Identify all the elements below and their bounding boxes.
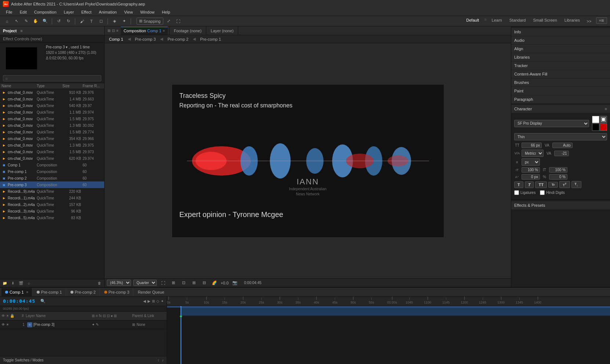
file-item[interactable]: ▶ cm-chat_0.mov QuickTime 1.3 MB 29.975	[0, 142, 104, 148]
hamburger-menu[interactable]: ≡⊞	[596, 17, 607, 24]
effects-presets-header[interactable]: Effects & Presets	[511, 201, 610, 209]
redo-btn[interactable]: ↻	[64, 17, 72, 25]
panel-menu-icon[interactable]: ≡	[20, 29, 22, 33]
workspace-libraries[interactable]: Libraries	[562, 17, 582, 25]
file-item[interactable]: ▶ Recordi...5).m4a QuickTime 83 KB	[0, 214, 104, 221]
timeline-tab-comp1[interactable]: Comp 1 ≡	[1, 288, 32, 296]
layer-1-eye[interactable]: 👁	[1, 323, 5, 327]
hindi-digits-checkbox-label[interactable]: Hindi Digits	[540, 190, 565, 195]
right-section-paint[interactable]: Paint	[511, 87, 610, 95]
horiz-scale-input[interactable]	[549, 167, 567, 173]
file-item[interactable]: ▶ cm-chat_0.mov QuickTime 354 KB 29.966	[0, 135, 104, 142]
file-item[interactable]: ▶ cm-chat_0.mov QuickTime 1.5 MB 29.973	[0, 148, 104, 155]
timeline-ruler[interactable]: 0s5s10s15s20s25s30s35s40s45s50s55s01:00s…	[167, 297, 610, 306]
bold-btn[interactable]: T	[514, 181, 523, 188]
solo-icon[interactable]: ✦	[161, 299, 164, 303]
file-item[interactable]: ▶ cm-chat_0.mov QuickTime 1.3 MB 30.092	[0, 122, 104, 129]
character-section-header[interactable]: Character ≡	[511, 105, 610, 113]
font-size-input[interactable]	[522, 143, 542, 148]
snapping-toggle[interactable]: ⊞ Snapping	[137, 18, 163, 25]
font-select[interactable]: SF Pro Display	[514, 120, 589, 127]
workspace-small-screen[interactable]: Small Screen	[531, 17, 559, 25]
timeline-tracks[interactable]	[167, 306, 610, 364]
leading-input[interactable]	[552, 143, 573, 148]
grid-btn[interactable]: ⊞	[190, 279, 198, 287]
ligatures-checkbox-label[interactable]: Ligatures	[514, 190, 535, 195]
switch-pencil[interactable]: ✎	[96, 323, 99, 327]
split-icon[interactable]: ⊞	[152, 299, 155, 303]
right-section-tracker[interactable]: Tracker	[511, 62, 610, 70]
right-section-libraries[interactable]: Libraries	[511, 53, 610, 61]
file-item[interactable]: ▶ Recordi...9).m4a QuickTime 220 KB	[0, 188, 104, 195]
zoom-tool[interactable]: 🔍	[41, 17, 49, 25]
file-item[interactable]: ▣ Comp 1 Composition 60	[0, 162, 104, 168]
file-item[interactable]: ▣ Pre-comp 2 Composition 60	[0, 175, 104, 181]
puppet-tool[interactable]: ✦	[120, 17, 128, 25]
ligatures-checkbox[interactable]	[514, 190, 519, 195]
tab-footage[interactable]: Footage (none)	[171, 27, 204, 35]
layer-1-solo[interactable]: ☀	[6, 323, 9, 327]
file-item[interactable]: ▶ cm-chat_0.mov QuickTime 1.5 MB 29.975	[0, 115, 104, 122]
tsume-input[interactable]	[549, 174, 567, 180]
baseline-shift-input[interactable]	[522, 174, 540, 180]
stroke-color-swatch[interactable]	[592, 124, 599, 131]
right-section-content-aware[interactable]: Content-Aware Fill	[511, 70, 610, 78]
subtab-precomp1[interactable]: Pre-comp 1	[198, 37, 223, 42]
menu-effect[interactable]: Effect	[78, 9, 94, 15]
file-item[interactable]: ▶ cm-chat_0.mov QuickTime 910 KB 29.976	[0, 89, 104, 96]
roto-tool[interactable]: ◈	[110, 17, 119, 25]
timeline-tab-precomp2[interactable]: Pre-comp 2	[67, 288, 100, 296]
workspace-standard[interactable]: Standard	[507, 17, 528, 25]
menu-animation[interactable]: Animation	[96, 9, 120, 15]
footer-audio-icon[interactable]: ♪	[162, 358, 164, 362]
kerning-select[interactable]: Metrics	[522, 150, 544, 157]
layer-1-name[interactable]: [Pre-comp 3]	[33, 323, 92, 327]
timeline-tab-precomp3[interactable]: Pre-comp 3	[101, 288, 134, 296]
fill-color-red[interactable]	[600, 124, 607, 131]
vert-scale-input[interactable]	[522, 167, 540, 173]
file-item[interactable]: ▶ Recordi...1).m4a QuickTime 244 KB	[0, 195, 104, 201]
new-comp-icon[interactable]: 🎬	[18, 280, 24, 287]
snapshot-btn[interactable]: 📷	[231, 279, 239, 287]
workspace-default[interactable]: Default	[464, 17, 481, 25]
select-tool[interactable]: ↖	[12, 17, 21, 25]
menu-help[interactable]: Help	[159, 9, 173, 15]
subscript-btn[interactable]: T↓	[571, 181, 581, 188]
quality-select[interactable]: Quarter	[133, 280, 157, 286]
italic-btn[interactable]: T	[525, 181, 534, 188]
col-rate-header[interactable]: Frame R...	[83, 84, 103, 88]
tracking-input[interactable]	[554, 151, 569, 156]
layer-1-bar[interactable]	[181, 308, 610, 316]
extract-icon[interactable]: ▶	[148, 299, 150, 303]
brush-tool[interactable]: 🖌	[78, 17, 86, 25]
expand-btn[interactable]: ⤢	[165, 17, 173, 25]
delete-icon[interactable]: 🗑	[96, 280, 103, 287]
file-item[interactable]: ▶ cm-chat_0.mov QuickTime 1.5 MB 29.774	[0, 129, 104, 135]
menu-composition[interactable]: Composition	[31, 9, 59, 15]
file-item[interactable]: ▶ cm-chat_0.mov QuickTime 540 KB 29.97	[0, 102, 104, 109]
file-item[interactable]: ▣ Pre-comp 1 Composition 60	[0, 168, 104, 175]
toggle-switches-btn[interactable]: Toggle Switches / Modes	[3, 358, 44, 362]
file-item[interactable]: ▶ cm-chat_0.mov QuickTime 1.1 MB 29.974	[0, 109, 104, 115]
menu-window[interactable]: Window	[137, 9, 157, 15]
viewport-canvas[interactable]: Traceless Spicy Reporting on - The real …	[172, 85, 444, 237]
text-tool[interactable]: T	[87, 17, 95, 25]
menu-view[interactable]: View	[121, 9, 136, 15]
subtab-comp1[interactable]: Comp 1	[107, 37, 126, 42]
fit-btn[interactable]: ⛶	[159, 279, 167, 287]
current-time-display[interactable]: 0:00:04:45	[3, 298, 35, 304]
right-section-info[interactable]: Info	[511, 28, 610, 36]
smallcaps-btn[interactable]: Tr	[548, 182, 558, 188]
lift-icon[interactable]: ◀	[143, 299, 146, 303]
safe-zone-btn[interactable]: ⊡	[179, 279, 188, 287]
pen-tool[interactable]: ✎	[22, 17, 30, 25]
right-section-audio[interactable]: Audio	[511, 36, 610, 44]
time-search-icon[interactable]: 🔍	[40, 299, 46, 304]
zoom-select[interactable]: (46.3%)	[107, 280, 131, 286]
project-tab[interactable]: Project	[3, 29, 17, 33]
import-icon[interactable]: ⬇	[10, 280, 16, 287]
subtab-precomp2[interactable]: Pre-comp 2	[165, 37, 190, 42]
stroke-color-picker[interactable]	[600, 116, 607, 123]
subtab-precomp3[interactable]: Pre-comp 3	[133, 37, 158, 42]
menu-edit[interactable]: Edit	[17, 9, 30, 15]
